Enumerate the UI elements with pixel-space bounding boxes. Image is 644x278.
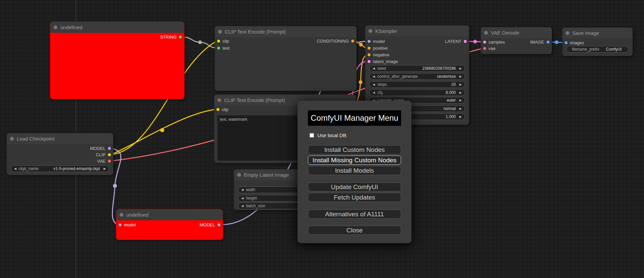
reroute-dot-image[interactable]	[555, 41, 559, 44]
output-dot-model[interactable]	[217, 223, 220, 226]
use-local-db-label: Use local DB	[317, 132, 346, 138]
node-title-bar[interactable]: undefined	[50, 22, 184, 33]
decrement-arrow-icon[interactable]: ◀	[373, 75, 375, 78]
increment-arrow-icon[interactable]: ▶	[459, 67, 462, 70]
input-dot-latent-image[interactable]	[368, 60, 371, 63]
output-dot-vae[interactable]	[108, 160, 111, 163]
node-title-bar[interactable]: Load Checkpoint	[7, 133, 113, 144]
widget-seed[interactable]: ◀ seed 156680208700286 ▶	[369, 65, 465, 72]
install-missing-custom-nodes-button[interactable]: Install Missing Custom Nodes	[308, 156, 401, 165]
alternatives-of-a1111-button[interactable]: Alternatives of A1111	[308, 210, 401, 219]
node-title: CLIP Text Encode (Prompt)	[224, 97, 285, 103]
collapse-dot-icon[interactable]	[120, 213, 123, 217]
input-slot-text: text	[217, 45, 230, 51]
widget-steps[interactable]: ◀ steps 20 ▶	[369, 81, 465, 88]
decrement-arrow-icon[interactable]: ◀	[14, 167, 16, 170]
collapse-dot-icon[interactable]	[237, 173, 241, 177]
node-title: Load Checkpoint	[17, 136, 55, 142]
collapse-dot-icon[interactable]	[10, 137, 14, 141]
collapse-dot-icon[interactable]	[484, 31, 488, 35]
input-slot-vae: vae	[483, 45, 496, 51]
input-slot-model: model	[119, 222, 136, 228]
node-undefined-top[interactable]: undefined STRING	[50, 22, 184, 99]
decrement-arrow-icon[interactable]: ◀	[373, 83, 375, 86]
output-dot-string[interactable]	[179, 36, 182, 39]
increment-arrow-icon[interactable]: ▶	[459, 75, 462, 78]
input-dot-text[interactable]	[217, 47, 220, 50]
input-dot-clip[interactable]	[217, 40, 220, 43]
node-clip-text-encode-positive[interactable]: CLIP Text Encode (Prompt) clip text COND…	[215, 26, 357, 91]
output-slot-model: MODEL	[90, 145, 111, 151]
reroute-dot-conditioning-negative[interactable]	[359, 80, 363, 84]
node-title-bar[interactable]: Save Image	[562, 27, 633, 39]
widget-filename-prefix[interactable]: filename_prefix ComfyUI	[566, 46, 629, 53]
collapse-dot-icon[interactable]	[566, 31, 569, 35]
fetch-updates-button[interactable]: Fetch Updates	[308, 193, 401, 202]
collapse-dot-icon[interactable]	[369, 29, 372, 33]
node-title: CLIP Text Encode (Prompt)	[225, 29, 286, 35]
input-dot-positive[interactable]	[368, 47, 371, 50]
comfyui-manager-dialog: ComfyUI Manager Menu Use local DB Instal…	[298, 101, 411, 243]
input-dot-model[interactable]	[368, 40, 371, 43]
input-dot-samples[interactable]	[483, 41, 486, 44]
close-button[interactable]: Close	[308, 226, 401, 235]
node-title: VAE Decode	[491, 30, 519, 36]
install-models-button[interactable]: Install Models	[308, 166, 401, 175]
input-slot-model: model	[368, 38, 385, 44]
input-slot-images: images	[565, 40, 584, 46]
decrement-arrow-icon[interactable]: ◀	[241, 205, 244, 208]
collapse-dot-icon[interactable]	[54, 25, 57, 29]
reroute-dot-conditioning-positive[interactable]	[359, 43, 363, 47]
input-slot-clip: clip	[216, 106, 229, 112]
increment-arrow-icon[interactable]: ▶	[459, 91, 462, 94]
widget-cfg[interactable]: ◀ cfg 8.000 ▶	[369, 89, 465, 96]
node-title: undefined	[60, 24, 82, 30]
node-title-bar[interactable]: CLIP Text Encode (Prompt)	[215, 26, 357, 37]
use-local-db-row: Use local DB	[310, 132, 401, 138]
node-save-image[interactable]: Save Image images filename_prefix ComfyU…	[562, 27, 633, 56]
node-title-bar[interactable]: undefined	[116, 209, 223, 220]
node-load-checkpoint[interactable]: Load Checkpoint MODEL CLIP VAE ◀ ckpt_na…	[7, 133, 113, 175]
reroute-dot-model[interactable]	[113, 184, 117, 188]
update-comfyui-button[interactable]: Update ComfyUI	[308, 182, 401, 191]
reroute-dot-clip[interactable]	[160, 128, 164, 132]
node-title: undefined	[126, 212, 148, 218]
input-dot-clip[interactable]	[216, 108, 219, 111]
output-slot-conditioning: CONDITIONING	[317, 38, 354, 44]
widget-control-after-generate[interactable]: ◀ control_after_generate randomize ▶	[369, 73, 465, 80]
increment-arrow-icon[interactable]: ▶	[104, 167, 106, 170]
input-dot-negative[interactable]	[368, 53, 371, 56]
decrement-arrow-icon[interactable]: ◀	[241, 188, 244, 191]
node-body	[215, 37, 357, 91]
input-dot-vae[interactable]	[483, 47, 486, 50]
reroute-dot-latent[interactable]	[473, 40, 477, 44]
link-clip-to-negative-encoder	[111, 109, 216, 155]
increment-arrow-icon[interactable]: ▶	[459, 99, 462, 102]
input-dot-images[interactable]	[565, 41, 568, 44]
output-dot-conditioning[interactable]	[351, 40, 354, 43]
use-local-db-checkbox[interactable]	[310, 133, 314, 137]
collapse-dot-icon[interactable]	[218, 30, 222, 34]
output-dot-clip[interactable]	[108, 153, 111, 156]
widget-ckpt-name[interactable]: ◀ ckpt_name v1-5-pruned-emaonly.ckpt ▶	[11, 165, 109, 172]
output-slot-string: STRING	[160, 34, 182, 40]
increment-arrow-icon[interactable]: ▶	[459, 107, 462, 110]
increment-arrow-icon[interactable]: ▶	[459, 83, 462, 86]
output-dot-latent[interactable]	[464, 40, 467, 43]
node-vae-decode[interactable]: VAE Decode samples vae IMAGE	[481, 27, 552, 54]
node-undefined-bottom[interactable]: undefined model MODEL	[116, 209, 223, 240]
node-title-bar[interactable]: VAE Decode	[481, 27, 552, 38]
input-slot-clip: clip	[217, 38, 229, 44]
input-dot-model[interactable]	[119, 223, 122, 226]
node-title-bar[interactable]: KSampler	[365, 25, 469, 37]
input-slot-negative: negative	[368, 52, 389, 58]
decrement-arrow-icon[interactable]: ◀	[373, 91, 375, 94]
install-custom-nodes-button[interactable]: Install Custom Nodes	[308, 145, 401, 154]
output-dot-image[interactable]	[546, 41, 550, 44]
decrement-arrow-icon[interactable]: ◀	[373, 67, 375, 70]
decrement-arrow-icon[interactable]: ◀	[241, 197, 244, 200]
collapse-dot-icon[interactable]	[217, 98, 221, 102]
increment-arrow-icon[interactable]: ▶	[459, 115, 462, 118]
reroute-dot-string[interactable]	[198, 41, 202, 44]
output-dot-model[interactable]	[108, 147, 111, 150]
